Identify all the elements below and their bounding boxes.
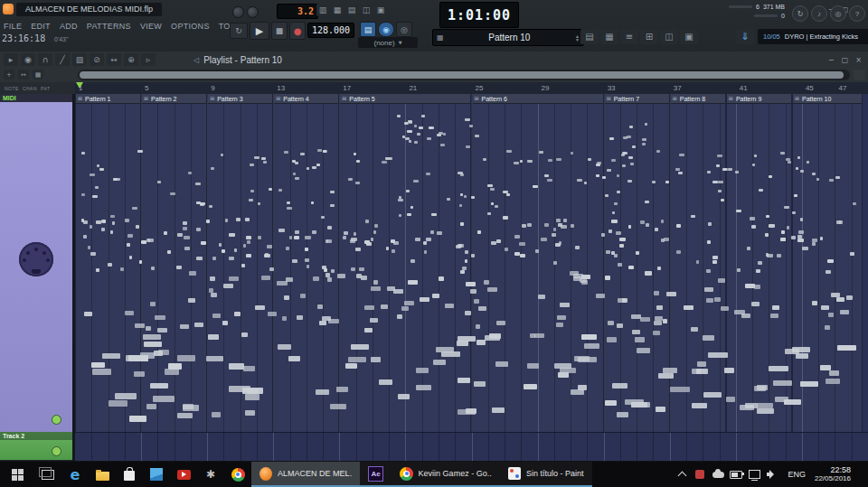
- window-close-icon[interactable]: ×: [853, 54, 864, 65]
- window-minimize-icon[interactable]: ─: [826, 54, 837, 65]
- corner-label: PAT: [41, 86, 50, 91]
- midi-note: [541, 238, 547, 241]
- metronome-icon[interactable]: ◎: [396, 22, 412, 37]
- pan-knob[interactable]: [232, 6, 244, 18]
- grid-icon[interactable]: ▦: [331, 4, 344, 16]
- menu-item-edit[interactable]: EDIT: [31, 22, 51, 31]
- refresh-icon[interactable]: ↻: [792, 5, 808, 22]
- pattern-selector[interactable]: ▦ Pattern 10 ▲▼: [432, 29, 584, 46]
- tool-brush-icon[interactable]: ▨: [72, 53, 87, 66]
- board-icon[interactable]: ▤: [580, 29, 599, 44]
- volume-knob[interactable]: [247, 6, 259, 18]
- taskbar-clock[interactable]: 22:58 22/05/2016: [815, 465, 854, 483]
- tempo-display[interactable]: 128.000: [307, 23, 354, 38]
- track-status-icon[interactable]: [52, 415, 61, 425]
- tool-arrow-right-icon[interactable]: ▸: [4, 53, 18, 66]
- taskbar-pinned-youtube[interactable]: [170, 462, 197, 487]
- photos-icon: [150, 468, 163, 481]
- tool-playback-icon[interactable]: ▹: [141, 53, 156, 66]
- playlist-grid[interactable]: ⊞Pattern 1⊞Pattern 2⊞Pattern 3⊞Pattern 4…: [75, 94, 868, 461]
- scrollbar-thumb[interactable]: [80, 71, 844, 79]
- menu-item-add[interactable]: ADD: [60, 22, 78, 31]
- timeline-ruler[interactable]: 15913172125293337414547: [75, 82, 868, 94]
- track-status-icon[interactable]: [52, 446, 61, 456]
- tool-zoom-icon[interactable]: ⊕: [124, 53, 138, 66]
- mini-grid-icon[interactable]: ▦: [33, 70, 43, 80]
- horizontal-scrollbar[interactable]: [78, 70, 850, 80]
- midi-note: [678, 172, 683, 174]
- menu-item-patterns[interactable]: PATTERNS: [87, 22, 131, 31]
- paint-icon: [508, 467, 521, 480]
- taskbar-pinned-task-view[interactable]: [34, 462, 61, 487]
- pattern-block-icon[interactable]: ⊞: [640, 29, 658, 44]
- stop-button[interactable]: ■: [271, 22, 288, 40]
- tray-network[interactable]: [748, 470, 760, 479]
- tray-cloud[interactable]: [712, 472, 724, 478]
- taskbar-task-paint[interactable]: Sin título - Paint: [500, 462, 592, 487]
- tray-radeon[interactable]: [693, 470, 706, 479]
- grid-icon[interactable]: ▦: [600, 29, 618, 44]
- midi-note: [361, 276, 367, 280]
- taskbar-pinned-store[interactable]: [116, 462, 143, 487]
- midi-note: [157, 181, 162, 183]
- track-plate-midi[interactable]: MIDI: [0, 94, 72, 432]
- midi-note: [132, 207, 137, 210]
- meter-icon[interactable]: ▥: [316, 4, 329, 16]
- tray-volume[interactable]: [766, 470, 778, 479]
- board-icon[interactable]: ▤: [345, 4, 358, 16]
- midi-note: [706, 298, 713, 303]
- taskbar-pinned-file-explorer[interactable]: [89, 462, 116, 487]
- track-plate-track2[interactable]: Track 2: [0, 432, 72, 460]
- tool-magnet-icon[interactable]: ∩: [38, 53, 52, 66]
- midi-note: [348, 178, 353, 181]
- target-icon[interactable]: ◎: [830, 5, 846, 22]
- tool-record-icon[interactable]: ◉: [21, 53, 35, 66]
- radeon-icon: [695, 470, 704, 479]
- taskbar-pinned-settings[interactable]: ✱: [197, 462, 224, 487]
- midi-note: [676, 224, 681, 228]
- start-button[interactable]: [0, 462, 34, 487]
- plate-divider: [72, 94, 75, 461]
- midi-note: [829, 179, 833, 182]
- taskbar-pinned-chrome[interactable]: [224, 462, 251, 487]
- loop-record-icon[interactable]: ↻: [230, 23, 248, 39]
- tray-battery[interactable]: [730, 471, 742, 479]
- language-indicator[interactable]: ENG: [785, 470, 808, 479]
- tool-delete-icon[interactable]: ⊘: [90, 53, 104, 66]
- midi-note: [558, 372, 569, 378]
- typing-keyboard-icon[interactable]: ▤: [360, 22, 376, 37]
- menu-item-options[interactable]: OPTIONS: [171, 22, 210, 31]
- square-icon[interactable]: ▣: [374, 4, 387, 16]
- record-button[interactable]: ●: [289, 22, 306, 40]
- midi-note: [573, 276, 581, 281]
- taskbar-pinned-photos[interactable]: [143, 462, 170, 487]
- pattern-spinner[interactable]: ▲▼: [575, 34, 580, 42]
- note-icon[interactable]: ♪: [811, 5, 827, 22]
- tray-chevron-up[interactable]: [675, 471, 688, 479]
- taskbar-task-after-effects[interactable]: Ae: [360, 462, 392, 487]
- taskbar-task-chrome[interactable]: Keviin Gamez - Go...: [392, 462, 500, 487]
- link-icon[interactable]: ◉: [378, 22, 394, 37]
- play-button[interactable]: ▶: [250, 22, 269, 40]
- download-icon[interactable]: ⇓: [736, 29, 754, 44]
- midi-note: [670, 387, 690, 392]
- taskbar-task-fl-studio[interactable]: ALMACEN DE MEL...: [251, 462, 360, 487]
- picker-icon[interactable]: ◫: [660, 29, 678, 44]
- tool-slip-icon[interactable]: ↔: [107, 53, 121, 66]
- midi-note: [846, 295, 853, 300]
- mini-add-icon[interactable]: +: [4, 70, 14, 80]
- window-restore-icon[interactable]: ▢: [839, 54, 851, 65]
- square-icon[interactable]: ▣: [680, 29, 698, 44]
- picker-icon[interactable]: ◫: [360, 4, 373, 16]
- list-icon[interactable]: ≡: [620, 29, 638, 44]
- taskbar-pinned-edge[interactable]: e: [61, 462, 89, 487]
- midi-note: [229, 363, 244, 370]
- scrollbar-end-button[interactable]: [854, 70, 865, 80]
- menu-item-file[interactable]: FILE: [4, 22, 22, 31]
- controller-selector[interactable]: (none) ▼: [358, 37, 418, 48]
- mini-slip-icon[interactable]: ↔: [18, 70, 29, 80]
- help-icon[interactable]: ?: [849, 5, 865, 22]
- tool-pencil-icon[interactable]: ╱: [55, 53, 70, 66]
- midi-note: [514, 252, 520, 256]
- menu-item-view[interactable]: VIEW: [140, 22, 162, 31]
